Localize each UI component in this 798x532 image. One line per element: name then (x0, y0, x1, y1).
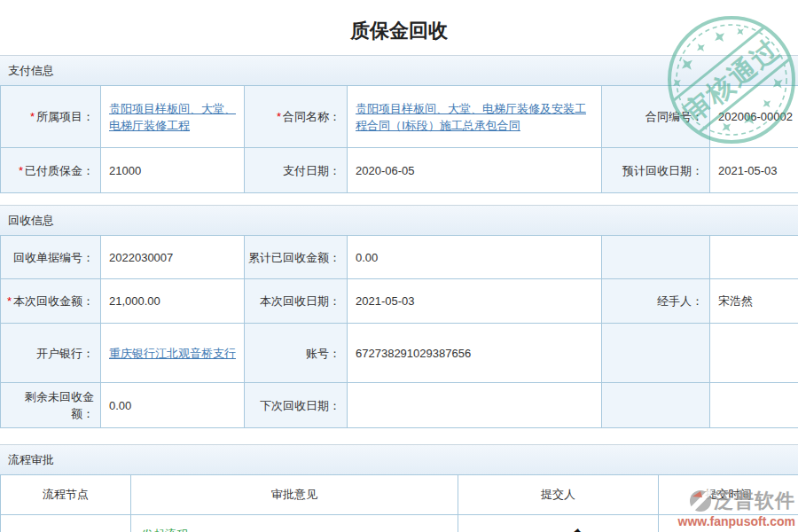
table-row: 回收单据编号： 2022030007 累计已回收金额： 0.00 (1, 236, 798, 279)
empty-value-cell (710, 324, 798, 383)
empty-value-cell (710, 236, 798, 279)
table-row: *所属项目： 贵阳项目样板间、大堂、电梯厅装修工程 *合同名称： 贵阳项目样板间… (1, 86, 798, 148)
handler-label: 经手人： (602, 279, 710, 324)
expect-date-label: 预计回收日期： (602, 148, 710, 193)
submitter-cell: 张鑫 (458, 515, 659, 532)
section-header-payment: 支付信息 (0, 55, 798, 85)
account-value: 672738291029387656 (348, 324, 602, 383)
accum-label: 累计已回收金额： (245, 236, 348, 279)
recovery-table: 回收单据编号： 2022030007 累计已回收金额： 0.00 *本次回收金额… (0, 235, 798, 428)
bank-label: 开户银行： (1, 324, 101, 383)
contract-name-label: *合同名称： (245, 86, 348, 148)
bank-link[interactable]: 重庆银行江北观音桥支行 (109, 347, 236, 360)
vendor-name: 泛普软件 (714, 491, 795, 511)
required-marker: * (7, 294, 12, 308)
bank-value: 重庆银行江北观音桥支行 (101, 324, 245, 383)
amount-value: 21,000.00 (101, 279, 245, 324)
empty-label-cell (602, 324, 710, 383)
empty-label-cell (602, 236, 710, 279)
handler-value: 宋浩然 (710, 279, 798, 324)
flow-node: 申请人 (1, 515, 131, 532)
remaining-label: 剩余未回收金额： (1, 383, 101, 428)
vendor-url: www.fanpusoft.com (678, 515, 795, 528)
table-row: 剩余未回收金额： 0.00 下次回收日期： (1, 383, 798, 428)
project-link[interactable]: 贵阳项目样板间、大堂、电梯厅装修工程 (109, 102, 236, 132)
next-date-value (348, 383, 602, 428)
approval-opinion: 发起流程 提交给：张鑫 (131, 515, 458, 532)
signature: 张鑫 (521, 522, 596, 532)
account-label: 账号： (245, 324, 348, 383)
project-value: 贵阳项目样板间、大堂、电梯厅装修工程 (101, 86, 245, 148)
receipt-no-value: 2022030007 (101, 236, 245, 279)
pay-date-value: 2020-06-05 (348, 148, 602, 193)
col-header-opinion: 审批意见 (131, 475, 458, 515)
opinion-line-1: 发起流程 (142, 524, 457, 532)
empty-value-cell (710, 383, 798, 428)
col-header-submitter: 提交人 (458, 475, 659, 515)
paid-deposit-label: *已付质保金： (1, 148, 101, 193)
table-row: 开户银行： 重庆银行江北观音桥支行 账号： 672738291029387656 (1, 324, 798, 383)
table-row: *本次回收金额： 21,000.00 本次回收日期： 2021-05-03 经手… (1, 279, 798, 324)
col-header-node: 流程节点 (1, 475, 131, 515)
table-row: *已付质保金： 21000 支付日期： 2020-06-05 预计回收日期： 2… (1, 148, 798, 193)
project-label: *所属项目： (1, 86, 101, 148)
contract-no-label: 合同编号： (602, 86, 710, 148)
accum-value: 0.00 (348, 236, 602, 279)
amount-label: *本次回收金额： (1, 279, 101, 324)
expect-date-value: 2021-05-03 (710, 148, 798, 193)
vendor-logo-icon (689, 489, 712, 512)
required-marker: * (277, 110, 281, 123)
contract-name-link[interactable]: 贵阳项目样板间、大堂、电梯厅装修及安装工程合同（Ⅰ标段）施工总承包合同 (356, 102, 586, 132)
section-header-approval: 流程审批 (0, 444, 798, 474)
remaining-value: 0.00 (101, 383, 245, 428)
empty-label-cell (602, 383, 710, 428)
section-header-recovery: 回收信息 (0, 205, 798, 235)
recovery-date-value: 2021-05-03 (348, 279, 602, 324)
payment-table: *所属项目： 贵阳项目样板间、大堂、电梯厅装修工程 *合同名称： 贵阳项目样板间… (0, 85, 798, 193)
pay-date-label: 支付日期： (245, 148, 348, 193)
vendor-watermark: 泛普软件 www.fanpusoft.com (678, 489, 795, 528)
contract-name-value: 贵阳项目样板间、大堂、电梯厅装修及安装工程合同（Ⅰ标段）施工总承包合同 (348, 86, 602, 148)
receipt-no-label: 回收单据编号： (1, 236, 101, 279)
required-marker: * (19, 164, 23, 177)
paid-deposit-value: 21000 (101, 148, 245, 193)
page-title: 质保金回收 (0, 0, 798, 55)
required-marker: * (30, 110, 35, 123)
contract-no-value: 202006-00002 (710, 86, 798, 148)
recovery-date-label: 本次回收日期： (245, 279, 348, 324)
next-date-label: 下次回收日期： (245, 383, 348, 428)
